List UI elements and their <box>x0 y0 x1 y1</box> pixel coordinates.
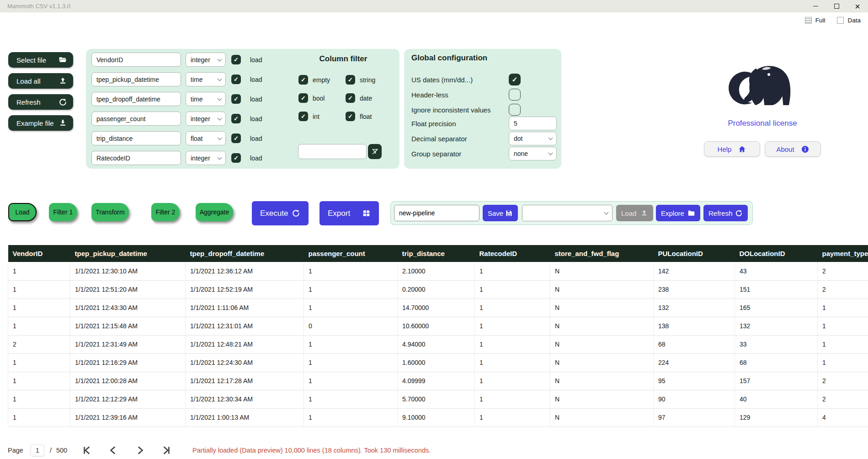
refresh-button[interactable]: Refresh <box>8 94 73 110</box>
load-pipeline-button[interactable]: Load <box>616 205 653 221</box>
pipeline-name-input[interactable] <box>394 205 479 221</box>
column-type-select[interactable]: time <box>186 73 225 86</box>
bool-checkbox[interactable] <box>298 93 308 103</box>
stage-aggregate[interactable]: Aggregate <box>196 203 233 221</box>
table-cell: 224 <box>654 353 735 372</box>
minimize-icon[interactable] <box>805 0 826 12</box>
column-header[interactable]: payment_type <box>818 245 868 262</box>
table-cell: 1 <box>475 262 550 280</box>
column-name-input[interactable] <box>91 53 181 67</box>
maximize-icon[interactable] <box>826 0 847 12</box>
column-header[interactable]: DOLocationID <box>735 245 818 262</box>
full-checkbox-icon[interactable] <box>805 17 812 24</box>
help-button[interactable]: Help <box>704 141 760 157</box>
full-toggle[interactable]: Full <box>805 17 825 24</box>
column-header[interactable]: VendorID <box>8 245 70 262</box>
load-checkbox[interactable] <box>231 114 241 123</box>
column-header[interactable]: tpep_pickup_datetime <box>70 245 186 262</box>
string-checkbox[interactable] <box>346 75 355 85</box>
data-toggle[interactable]: Data <box>837 17 861 24</box>
date-checkbox[interactable] <box>346 93 355 103</box>
load-checkbox[interactable] <box>231 94 241 104</box>
export-button[interactable]: Export <box>320 201 379 225</box>
table-cell: 1/1/2021 12:52:19 AM <box>186 280 304 299</box>
table-cell: 151 <box>735 280 818 299</box>
first-page-button[interactable] <box>81 444 93 456</box>
table-cell: 1 <box>8 372 70 390</box>
stage-transform[interactable]: Transform <box>91 203 129 221</box>
float-checkbox[interactable] <box>346 112 355 121</box>
page-number-input[interactable] <box>31 444 44 456</box>
column-name-input[interactable] <box>91 151 181 165</box>
column-name-input[interactable] <box>91 112 181 126</box>
column-header[interactable]: passenger_count <box>304 245 398 262</box>
save-pipeline-button[interactable]: Save <box>483 205 518 221</box>
last-page-button[interactable] <box>160 444 172 456</box>
load-checkbox[interactable] <box>231 153 241 163</box>
refresh-pipelines-button[interactable]: Refresh <box>703 205 748 221</box>
load-checkbox[interactable] <box>231 133 241 143</box>
table-row: 21/1/2021 12:31:49 AM1/1/2021 12:48:21 A… <box>8 335 868 353</box>
filter-type-item: bool <box>298 93 346 103</box>
column-header[interactable]: PULocationID <box>654 245 735 262</box>
about-button[interactable]: About <box>765 141 821 157</box>
column-name-input[interactable] <box>91 72 181 86</box>
data-checkbox-icon[interactable] <box>837 17 844 24</box>
stage-load[interactable]: Load <box>8 203 37 221</box>
table-cell: 132 <box>735 317 818 335</box>
us-dates-checkbox[interactable] <box>509 74 521 85</box>
us-dates-row: US dates (mm/dd...) <box>411 74 557 85</box>
int-checkbox[interactable] <box>298 112 308 121</box>
group-separator-select[interactable]: none <box>509 147 556 160</box>
header-less-checkbox[interactable] <box>509 89 521 101</box>
load-all-button[interactable]: Load all <box>8 73 73 89</box>
save-icon <box>505 209 513 217</box>
next-page-button[interactable] <box>134 444 146 456</box>
table-cell: 1 <box>475 408 550 427</box>
first-page-icon <box>81 444 93 456</box>
saved-pipeline-select[interactable] <box>522 205 612 221</box>
column-type-select[interactable]: integer <box>186 151 225 165</box>
column-name-input[interactable] <box>91 131 181 145</box>
load-checkbox[interactable] <box>231 75 241 84</box>
explore-pipelines-button[interactable]: Explore <box>656 205 700 221</box>
table-cell: 4.94000 <box>398 335 475 353</box>
empty-checkbox[interactable] <box>298 75 308 85</box>
table-cell: 1 <box>475 353 550 372</box>
table-cell: 1 <box>304 280 398 299</box>
table-cell: 1/1/2021 12:31:49 AM <box>70 335 186 353</box>
column-config-row: timeload <box>91 92 262 106</box>
column-type-select[interactable]: integer <box>186 112 225 125</box>
file-buttons: Select file Load all Refresh Example fil… <box>8 52 73 131</box>
load-checkbox[interactable] <box>231 55 241 64</box>
ignore-inconsistent-checkbox[interactable] <box>509 104 521 116</box>
table-cell: 2.10000 <box>398 262 475 280</box>
execute-button[interactable]: Execute <box>252 201 309 225</box>
select-file-button[interactable]: Select file <box>8 52 73 68</box>
table-cell: 132 <box>654 299 735 317</box>
table-cell: 1/1/2021 12:17:28 AM <box>186 372 304 390</box>
float-precision-input[interactable] <box>509 117 557 130</box>
pipeline-box: Save Load Explore Refresh <box>390 201 753 225</box>
stage-filter-2[interactable]: Filter 2 <box>151 203 180 221</box>
column-header[interactable]: tpep_dropoff_datetime <box>186 245 304 262</box>
column-header[interactable]: trip_distance <box>398 245 475 262</box>
column-header[interactable]: store_and_fwd_flag <box>550 245 654 262</box>
filter-type-label: empty <box>313 76 330 84</box>
folder-open-icon <box>59 56 67 64</box>
column-type-select[interactable]: integer <box>186 53 225 66</box>
clear-filter-button[interactable] <box>368 144 382 159</box>
decimal-separator-select[interactable]: dot <box>509 132 556 145</box>
table-cell: 1/1/2021 12:31:01 AM <box>186 317 304 335</box>
column-type-select[interactable]: time <box>186 92 225 106</box>
column-header[interactable]: RatecodeID <box>475 245 550 262</box>
column-name-input[interactable] <box>91 92 181 106</box>
column-filter-search-input[interactable] <box>298 144 367 159</box>
close-icon[interactable] <box>847 0 868 12</box>
stage-filter-1[interactable]: Filter 1 <box>49 203 77 221</box>
table-cell: 4 <box>818 408 868 427</box>
previous-page-button[interactable] <box>107 444 119 456</box>
example-file-button[interactable]: Example file <box>8 115 73 131</box>
column-type-select[interactable]: float <box>186 132 225 145</box>
table-cell: 1/1/2021 12:24:30 AM <box>186 353 304 372</box>
